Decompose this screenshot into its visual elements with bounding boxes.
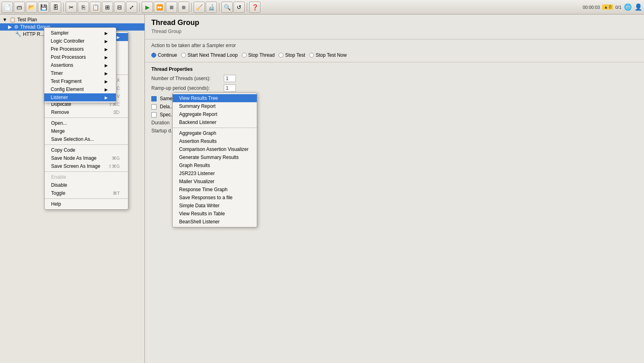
num-threads-row: Number of Threads (users): 1 [145, 74, 644, 83]
sep4 [219, 3, 219, 12]
menu-item-save-screen-image[interactable]: Save Screen As Image ⇧⌘G [45, 162, 128, 170]
listener-assertion-results[interactable]: Assertion Results [173, 137, 257, 145]
stop-test-now-option[interactable]: Stop Test Now [309, 52, 347, 58]
error-section-label: Action to be taken after a Sampler error [145, 41, 644, 50]
continue-radio[interactable] [151, 53, 156, 58]
sep-ctx-3 [45, 144, 128, 145]
stop-thread-radio[interactable] [242, 53, 247, 58]
search-button[interactable]: 🔍 [221, 2, 233, 13]
listener-aggregate-graph[interactable]: Aggregate Graph [173, 129, 257, 137]
menu-item-save-node-image[interactable]: Save Node As Image ⌘G [45, 154, 128, 162]
toolbar-right: 00:00:03 ▲ 0 0/1 🌐 👤 [583, 3, 642, 11]
menu-item-save-selection[interactable]: Save Selection As... [45, 135, 128, 143]
menu-item-merge[interactable]: Merge [45, 127, 128, 135]
stop-thread-option[interactable]: Stop Thread [242, 52, 275, 58]
same-checkbox[interactable] [151, 96, 157, 101]
listener-save-responses[interactable]: Save Responses to a file [173, 194, 257, 202]
paste-button[interactable]: 📋 [90, 2, 101, 13]
config-elem-arrow-icon: ▶ [105, 87, 108, 92]
copy-button[interactable]: ⎘ [78, 2, 89, 13]
listener-arrow-icon: ▶ [105, 95, 108, 100]
reset-button[interactable]: ↺ [233, 2, 245, 13]
save-node-shortcut: ⌘G [112, 156, 120, 161]
clear-all-button[interactable]: 🔬 [206, 2, 217, 13]
add-pre-processors[interactable]: Pre Processors ▶ [44, 45, 116, 53]
listener-mailer-visualizer[interactable]: Mailer Visualizer [173, 177, 257, 186]
add-test-fragment[interactable]: Test Fragment ▶ [44, 77, 116, 85]
start-next-label: Start Next Thread Loop [188, 52, 238, 58]
dela-checkbox[interactable] [151, 104, 157, 109]
expand-all-button[interactable]: ⤢ [126, 2, 137, 13]
http-request-label: HTTP R... [23, 31, 44, 37]
add-assertions[interactable]: Assertions ▶ [44, 61, 116, 69]
listener-submenu: View Results Tree Summary Report Aggrega… [172, 93, 257, 227]
menu-item-open[interactable]: Open... [45, 119, 128, 127]
globe-icon[interactable]: 🌐 [624, 3, 632, 11]
test-plan-label: Test Plan [17, 17, 37, 23]
listener-view-results-tree[interactable]: View Results Tree [173, 94, 257, 102]
panel-subtitle: Thread Group [145, 29, 644, 37]
new-button[interactable]: 📄 [2, 2, 13, 13]
tree-item-test-plan[interactable]: ▼ 📋 Test Plan [0, 16, 144, 23]
help-button[interactable]: ❓ [249, 2, 260, 13]
save-button[interactable]: 💾 [38, 2, 49, 13]
start-next-radio[interactable] [181, 53, 186, 58]
stop-button[interactable]: ⏹ [166, 2, 177, 13]
listener-beanshell[interactable]: BeanShell Listener [173, 218, 257, 226]
stop-test-now-radio[interactable] [309, 53, 314, 58]
listener-comparison-assertion[interactable]: Comparison Assertion Visualizer [173, 145, 257, 153]
num-threads-label: Number of Threads (users): [151, 76, 224, 81]
thread-props-header: Thread Properties [145, 64, 644, 74]
start-next-option[interactable]: Start Next Thread Loop [181, 52, 238, 58]
dela-checkbox-item[interactable]: Dela... [151, 104, 174, 109]
menu-item-toggle[interactable]: Toggle ⌘T [45, 189, 128, 197]
toolbar: 📄 🗃 📂 💾 🗄 ✂ ⎘ 📋 ⊞ ⊟ ⤢ ▶ ⏩ ⏹ ⏺ 🧹 🔬 🔍 ↺ ❓ … [0, 0, 644, 14]
menu-item-remove[interactable]: Remove ⌦ [45, 108, 128, 116]
stop-test-option[interactable]: Stop Test [279, 52, 305, 58]
collapse-button[interactable]: ⊟ [114, 2, 125, 13]
add-logic-controller[interactable]: Logic Controller ▶ [44, 37, 116, 45]
sep5 [247, 3, 247, 12]
error-label: Action to be taken after a Sampler error [151, 43, 236, 48]
num-threads-value[interactable]: 1 [224, 75, 236, 82]
templates-button[interactable]: 🗃 [14, 2, 25, 13]
expand-button[interactable]: ⊞ [102, 2, 113, 13]
thread-counter: 0/1 [615, 5, 621, 10]
ramp-up-row: Ramp-up period (seconds): 1 [145, 83, 644, 93]
add-config-element[interactable]: Config Element ▶ [44, 85, 116, 93]
listener-graph-results[interactable]: Graph Results [173, 161, 257, 169]
cut-button[interactable]: ✂ [66, 2, 77, 13]
clear-button[interactable]: 🧹 [194, 2, 205, 13]
listener-view-results-table[interactable]: View Results in Table [173, 210, 257, 218]
add-timer[interactable]: Timer ▶ [44, 69, 116, 77]
listener-aggregate-report[interactable]: Aggregate Report [173, 110, 257, 118]
listener-jsr223[interactable]: JSR223 Listener [173, 169, 257, 177]
ramp-up-value[interactable]: 1 [224, 85, 236, 92]
stop-test-radio[interactable] [279, 53, 283, 58]
menu-item-help[interactable]: Help [45, 200, 128, 208]
thread-props-label: Thread Properties [151, 66, 193, 72]
menu-item-disable[interactable]: Disable [45, 181, 128, 189]
start-button[interactable]: ▶ [142, 2, 153, 13]
shutdown-button[interactable]: ⏺ [178, 2, 189, 13]
divider-1 [145, 39, 644, 39]
start-no-pauses-button[interactable]: ⏩ [154, 2, 165, 13]
spec-checkbox[interactable] [151, 112, 157, 118]
spec-checkbox-item[interactable]: Spec... [151, 112, 175, 118]
continue-option[interactable]: Continue [151, 52, 177, 58]
open-button[interactable]: 📂 [26, 2, 37, 13]
add-post-processors[interactable]: Post Processors ▶ [44, 53, 116, 61]
assertions-arrow-icon: ▶ [105, 63, 108, 68]
panel-title: Thread Group [145, 14, 644, 29]
save-all-button[interactable]: 🗄 [50, 2, 61, 13]
add-sampler[interactable]: Sampler ▶ [44, 29, 116, 37]
listener-response-time-graph[interactable]: Response Time Graph [173, 186, 257, 194]
listener-generate-summary[interactable]: Generate Summary Results [173, 153, 257, 161]
menu-item-copy-code[interactable]: Copy Code [45, 146, 128, 154]
add-listener[interactable]: Listener ▶ [44, 93, 116, 101]
listener-simple-data-writer[interactable]: Simple Data Writer [173, 202, 257, 210]
test-plan-icon2: 📋 [10, 17, 16, 23]
sep1 [63, 3, 64, 12]
listener-backend-listener[interactable]: Backend Listener [173, 118, 257, 126]
listener-summary-report[interactable]: Summary Report [173, 102, 257, 110]
